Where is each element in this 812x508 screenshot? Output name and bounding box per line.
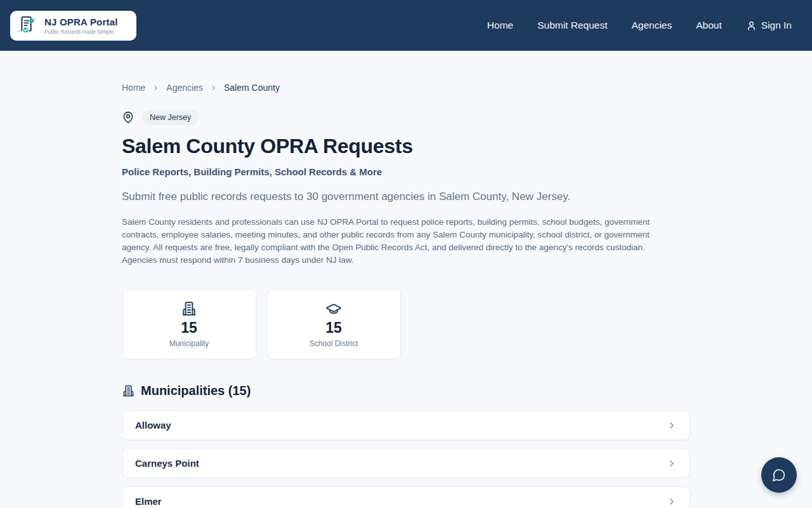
chevron-right-icon <box>667 420 677 431</box>
graduation-cap-icon <box>325 300 342 317</box>
chevron-right-icon <box>667 458 677 469</box>
user-icon <box>746 20 757 31</box>
page-title: Salem County OPRA Requests <box>122 135 690 158</box>
nav-item-about[interactable]: About <box>696 20 722 31</box>
map-pin-icon <box>122 111 134 124</box>
main-content: Home Agencies Salem County New Jersey Sa… <box>122 83 690 508</box>
location-row: New Jersey <box>122 110 690 125</box>
stat-card-school-district[interactable]: 15 School District <box>266 289 401 359</box>
main-nav: Home Submit Request Agencies About Sign … <box>487 20 792 31</box>
nav-item-submit-request[interactable]: Submit Request <box>537 20 607 31</box>
stat-value: 15 <box>325 319 342 337</box>
logo-title: NJ OPRA Portal <box>44 17 118 27</box>
list-item-carneys-point[interactable]: Carneys Point <box>122 448 690 478</box>
chat-button[interactable] <box>761 457 797 493</box>
stat-card-municipality[interactable]: 15 Municipality <box>122 289 256 359</box>
building-icon <box>122 384 135 398</box>
top-navigation-bar: NJ OPRA Portal Public Records made Simpl… <box>0 0 812 51</box>
agency-name: Alloway <box>135 420 171 431</box>
sign-in-button[interactable]: Sign In <box>746 20 792 31</box>
logo[interactable]: NJ OPRA Portal Public Records made Simpl… <box>10 11 136 41</box>
municipalities-section-header: Municipalities (15) <box>122 384 690 398</box>
logo-tagline: Public Records made Simple <box>44 29 118 35</box>
chevron-right-icon <box>152 84 160 92</box>
breadcrumb-home[interactable]: Home <box>122 83 145 93</box>
page-lead: Submit free public records requests to 3… <box>122 190 690 203</box>
stat-label: Municipality <box>169 339 209 348</box>
list-item-alloway[interactable]: Alloway <box>122 410 690 440</box>
page-description: Salem County residents and professionals… <box>122 216 680 267</box>
breadcrumb-current: Salem County <box>224 83 280 93</box>
stat-value: 15 <box>181 319 197 337</box>
municipality-list: Alloway Carneys Point Elmer <box>122 410 690 508</box>
logo-document-icon <box>15 13 39 37</box>
stats-row: 15 Municipality 15 School District <box>122 289 690 359</box>
chevron-right-icon <box>209 84 218 92</box>
stat-label: School District <box>310 339 358 348</box>
state-badge: New Jersey <box>142 110 199 125</box>
nav-item-home[interactable]: Home <box>487 20 513 31</box>
breadcrumb: Home Agencies Salem County <box>122 83 690 93</box>
chevron-right-icon <box>667 497 677 507</box>
agency-name: Carneys Point <box>135 458 199 469</box>
building-icon <box>181 300 197 317</box>
page-subtitle: Police Reports, Building Permits, School… <box>122 166 690 177</box>
agency-name: Elmer <box>135 496 162 507</box>
breadcrumb-agencies[interactable]: Agencies <box>166 83 203 93</box>
nav-item-agencies[interactable]: Agencies <box>631 20 672 31</box>
list-item-elmer[interactable]: Elmer <box>122 486 690 508</box>
section-title: Municipalities (15) <box>141 384 251 398</box>
sign-in-label: Sign In <box>761 20 792 31</box>
chat-bubble-icon <box>772 468 786 482</box>
